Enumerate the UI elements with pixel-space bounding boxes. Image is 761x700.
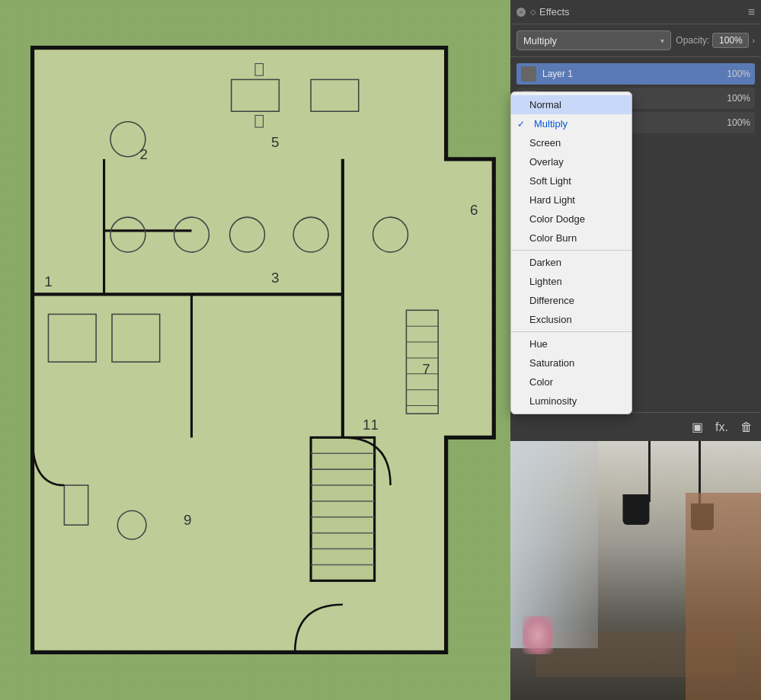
layer-opacity: 100% [727,117,750,128]
menu-item-color-burn[interactable]: Color Burn [511,229,632,248]
menu-item-label: Color [529,376,553,388]
menu-item-color[interactable]: Color [511,372,632,392]
menu-item-luminosity[interactable]: Luminosity [511,392,632,411]
menu-item-darken[interactable]: Darken [511,253,632,272]
svg-text:9: 9 [184,512,191,528]
svg-text:11: 11 [363,417,379,433]
opacity-arrow-icon[interactable]: › [752,36,755,45]
menu-item-label: Hue [529,338,548,350]
menu-item-soft-light[interactable]: Soft Light [511,171,632,190]
chevron-down-icon: ▾ [660,37,664,45]
menu-item-label: Multiply [534,118,568,129]
blend-mode-value: Multiply [523,35,557,46]
svg-text:6: 6 [470,202,478,218]
menu-item-saturation[interactable]: Saturation [511,353,632,372]
menu-item-label: Lighten [529,276,562,287]
menu-item-label: Soft Light [529,175,571,187]
menu-item-label: Difference [529,295,574,306]
opacity-label: Opacity: [676,35,709,46]
menu-item-label: Exclusion [529,314,572,325]
menu-item-multiply[interactable]: ✓ Multiply [511,114,632,133]
menu-item-hard-light[interactable]: Hard Light [511,190,632,209]
svg-text:3: 3 [271,270,279,286]
interior-photo [510,441,761,700]
svg-rect-7 [311,437,375,580]
svg-text:1: 1 [44,273,52,289]
layer-row[interactable]: Layer 1 100% [516,63,755,85]
mask-button[interactable]: ▣ [689,417,705,436]
bottom-toolbar: ▣ fx. 🗑 [510,412,761,441]
diamond-icon: ◇ [530,8,536,16]
canvas-area: 1 2 3 5 6 7 11 9 [0,0,510,700]
image-preview [510,441,761,700]
title-bar: × ◇ Effects ≡ [510,0,761,24]
title-bar-left: × ◇ Effects [516,6,570,18]
menu-item-hue[interactable]: Hue [511,334,632,353]
menu-item-label: Normal [529,99,561,110]
menu-separator [511,331,632,332]
menu-item-exclusion[interactable]: Exclusion [511,310,632,329]
menu-item-label: Overlay [529,156,564,168]
menu-item-label: Luminosity [529,395,577,407]
svg-text:5: 5 [271,134,279,150]
menu-separator [511,250,632,251]
panel-title: ◇ Effects [530,6,570,18]
menu-item-normal[interactable]: Normal [511,95,632,114]
layer-name: Layer 1 [542,69,573,79]
menu-item-difference[interactable]: Difference [511,291,632,310]
fx-button[interactable]: fx. [713,418,731,436]
layer-thumbnail [521,66,536,82]
layer-opacity: 100% [727,93,750,104]
menu-item-color-dodge[interactable]: Color Dodge [511,209,632,229]
check-icon: ✓ [517,119,529,129]
delete-button[interactable]: 🗑 [738,418,755,436]
close-button[interactable]: × [516,8,526,17]
menu-item-label: Color Burn [529,232,577,244]
close-icon: × [519,8,523,16]
menu-item-label: Hard Light [529,194,575,206]
blend-row: Multiply ▾ Opacity: 100% › [516,30,755,50]
blend-mode-menu: Normal ✓ Multiply Screen Overlay Soft Li… [510,91,632,414]
layer-opacity: 100% [727,69,750,79]
blend-mode-dropdown[interactable]: Multiply ▾ [516,30,671,50]
menu-item-overlay[interactable]: Overlay [511,152,632,171]
menu-item-label: Darken [529,257,561,268]
menu-item-screen[interactable]: Screen [511,133,632,152]
menu-item-label: Screen [529,137,561,149]
svg-marker-1 [33,48,494,653]
svg-text:7: 7 [422,361,430,377]
opacity-value[interactable]: 100% [712,33,749,48]
opacity-row: Opacity: 100% › [676,33,755,48]
menu-item-lighten[interactable]: Lighten [511,272,632,291]
effects-header: Multiply ▾ Opacity: 100% › [510,24,761,57]
panel-menu-icon[interactable]: ≡ [748,5,755,19]
menu-item-label: Saturation [529,357,574,369]
panel-title-text: Effects [539,6,570,18]
menu-item-label: Color Dodge [529,213,585,225]
svg-text:2: 2 [140,146,148,162]
